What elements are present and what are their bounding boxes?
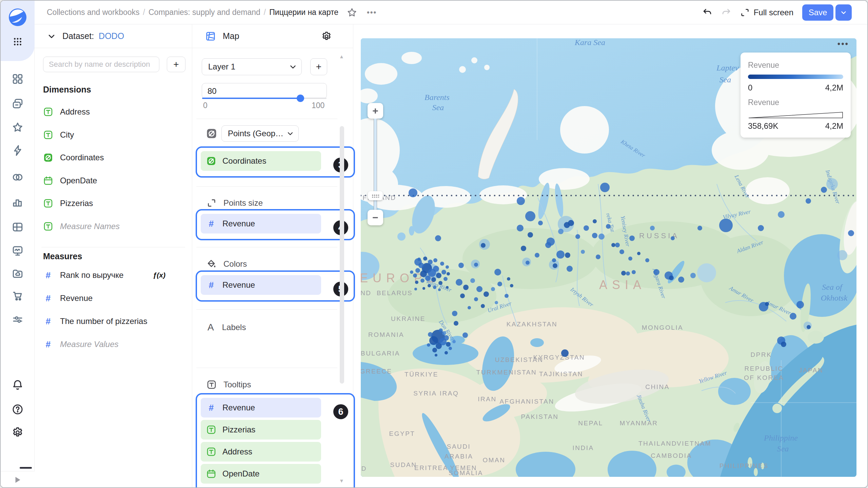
pizzeria-point[interactable]	[790, 313, 796, 320]
pizzeria-point[interactable]	[650, 226, 655, 230]
pizzeria-point[interactable]	[596, 255, 600, 259]
pizzeria-point[interactable]	[442, 331, 446, 335]
pizzeria-point[interactable]	[669, 276, 674, 280]
pizzeria-point[interactable]	[778, 211, 785, 218]
pizzeria-point[interactable]	[521, 246, 526, 251]
storage-folder-icon[interactable]	[1, 267, 35, 280]
pizzeria-point[interactable]	[441, 270, 446, 274]
coordinates-field-pill[interactable]: Coordinates	[201, 151, 321, 171]
pizzeria-point[interactable]	[497, 282, 502, 286]
scroll-down-icon[interactable]: ▼	[339, 478, 344, 484]
charts-bar-icon[interactable]	[1, 196, 35, 208]
pizzeria-point[interactable]	[428, 332, 433, 337]
pizzeria-point[interactable]	[458, 263, 464, 268]
pizzeria-point[interactable]	[517, 225, 524, 231]
pizzeria-point[interactable]	[452, 311, 457, 316]
add-field-button[interactable]: +	[167, 57, 185, 72]
pizzeria-point[interactable]	[418, 263, 424, 268]
tooltip-field-pill-address[interactable]: Address	[201, 442, 321, 462]
dimension-coordinates[interactable]: Coordinates	[35, 150, 192, 165]
pizzeria-point[interactable]	[470, 278, 475, 283]
points-size-field-pill[interactable]: # Revenue	[201, 214, 321, 233]
pizzeria-point[interactable]	[626, 271, 630, 276]
pizzeria-point[interactable]	[584, 225, 589, 231]
pizzeria-point[interactable]	[637, 252, 640, 255]
pizzeria-point[interactable]	[781, 342, 786, 347]
pizzeria-point[interactable]	[433, 286, 436, 289]
pizzeria-point[interactable]	[632, 270, 636, 274]
pizzeria-point[interactable]	[553, 263, 557, 268]
apps-grid-icon[interactable]	[1, 36, 35, 47]
pizzeria-point[interactable]	[460, 293, 465, 298]
pizzeria-point[interactable]	[517, 197, 525, 205]
help-question-icon[interactable]	[1, 403, 35, 415]
map-more-icon[interactable]: •••	[837, 39, 849, 48]
pizzeria-point[interactable]	[481, 243, 486, 248]
pizzeria-point[interactable]	[462, 332, 468, 338]
favorite-star-icon[interactable]	[347, 7, 357, 18]
pizzeria-point[interactable]	[538, 221, 543, 225]
pizzeria-point[interactable]	[593, 219, 597, 223]
pizzeria-point[interactable]	[561, 349, 569, 357]
quick-lightning-icon[interactable]	[1, 144, 35, 157]
pizzeria-point[interactable]	[528, 232, 533, 238]
pizzeria-point[interactable]	[837, 250, 847, 260]
pizzeria-point[interactable]	[525, 211, 535, 221]
pizzeria-point[interactable]	[758, 225, 764, 231]
measure-revenue[interactable]: # Revenue	[35, 291, 192, 306]
pizzeria-point[interactable]	[806, 198, 811, 204]
pizzeria-point[interactable]	[826, 178, 838, 190]
pizzeria-point[interactable]	[422, 287, 425, 290]
dimension-opendate[interactable]: OpenDate	[35, 173, 192, 188]
pizzeria-point[interactable]	[438, 281, 442, 285]
dimension-city[interactable]: City	[35, 127, 192, 142]
pizzeria-point[interactable]	[558, 229, 564, 234]
pizzeria-point[interactable]	[429, 336, 438, 345]
opacity-slider-knob[interactable]	[297, 95, 304, 102]
pizzeria-point[interactable]	[420, 270, 427, 277]
collections-icon[interactable]	[1, 98, 35, 110]
pizzeria-point[interactable]	[848, 230, 854, 236]
pizzeria-point[interactable]	[440, 262, 444, 266]
scroll-up-icon[interactable]: ▲	[339, 54, 344, 59]
pizzeria-point[interactable]	[697, 263, 716, 282]
pizzeria-point[interactable]	[526, 261, 530, 265]
pizzeria-point[interactable]	[468, 306, 471, 309]
pizzeria-point[interactable]	[463, 285, 469, 290]
pizzeria-point[interactable]	[619, 249, 624, 254]
pizzeria-point[interactable]	[629, 236, 635, 241]
pizzeria-point[interactable]	[433, 266, 439, 272]
tooltip-field-pill-revenue[interactable]: # Revenue	[201, 398, 321, 418]
pizzeria-point[interactable]	[474, 263, 478, 267]
save-caret-button[interactable]	[835, 4, 852, 21]
pizzeria-point[interactable]	[535, 253, 539, 258]
dataset-header[interactable]: Dataset: DODO	[35, 24, 192, 48]
pizzeria-point[interactable]	[611, 243, 615, 247]
layer-select[interactable]: Layer 1	[202, 58, 302, 75]
redo-icon[interactable]	[721, 7, 731, 18]
pizzeria-point[interactable]	[491, 287, 495, 291]
pizzeria-point[interactable]	[568, 220, 574, 226]
breadcrumb-workbook[interactable]: Companies: supply and demand	[149, 8, 260, 17]
pizzeria-point[interactable]	[807, 325, 811, 329]
pizzeria-point[interactable]	[446, 286, 449, 289]
pizzeria-point[interactable]	[476, 286, 482, 292]
opacity-slider-track[interactable]	[202, 98, 327, 99]
pizzeria-point[interactable]	[439, 328, 443, 332]
pizzeria-point[interactable]	[600, 183, 610, 192]
pizzeria-point[interactable]	[671, 236, 675, 240]
dimension-address[interactable]: Address	[35, 104, 192, 119]
pizzeria-point[interactable]	[628, 257, 632, 261]
marketplace-cart-icon[interactable]	[1, 290, 35, 302]
dashboards-monitor-icon[interactable]	[1, 245, 35, 257]
services-sliders-icon[interactable]	[1, 313, 35, 326]
pizzeria-point[interactable]	[417, 258, 421, 261]
dataset-name-link[interactable]: DODO	[99, 31, 124, 41]
pizzeria-point[interactable]	[719, 219, 733, 232]
zoom-out-button[interactable]: −	[368, 210, 383, 225]
pizzeria-point[interactable]	[420, 279, 425, 283]
zoom-slider-handle[interactable]	[368, 191, 383, 200]
tooltip-field-pill-pizzerias[interactable]: Pizzerias	[201, 420, 321, 440]
measure-the-number-of-pizzerias[interactable]: # The number of pizzerias	[35, 314, 192, 329]
notifications-bell-icon[interactable]	[1, 379, 35, 391]
